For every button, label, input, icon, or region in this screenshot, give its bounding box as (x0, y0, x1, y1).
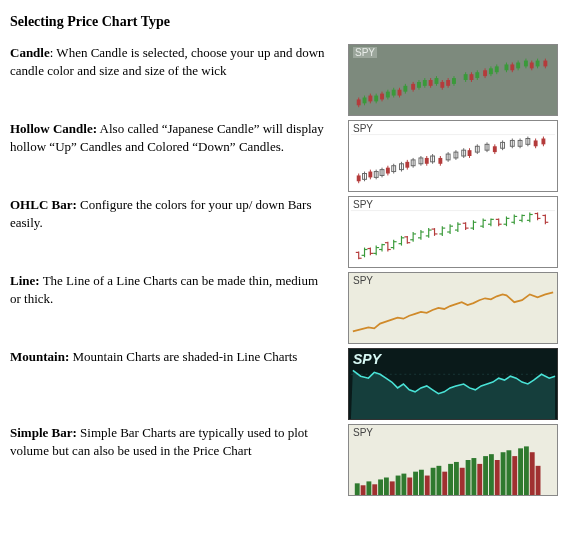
svg-rect-217 (460, 468, 465, 495)
svg-rect-84 (425, 158, 429, 164)
svg-rect-33 (452, 78, 456, 84)
chart-ticker-label: SPY (353, 47, 377, 58)
svg-rect-45 (495, 66, 499, 72)
mountain-chart-thumbnail: SPY (348, 348, 558, 420)
svg-rect-78 (405, 162, 409, 168)
hollow-candle-title: Hollow Candle: (10, 121, 97, 136)
svg-rect-51 (516, 63, 520, 69)
line-chart-thumbnail: SPY (348, 272, 558, 344)
svg-rect-21 (417, 82, 421, 88)
mountain-title: Mountain: (10, 349, 69, 364)
svg-rect-211 (425, 476, 430, 495)
svg-marker-198 (351, 370, 555, 419)
svg-rect-39 (475, 72, 479, 78)
svg-rect-227 (518, 448, 523, 495)
section-ohlc: OHLC Bar: Configure the colors for your … (10, 196, 564, 268)
svg-rect-19 (411, 84, 415, 90)
svg-rect-49 (510, 64, 514, 70)
svg-rect-15 (398, 90, 402, 96)
candle-description: Candle: When Candle is selected, choose … (10, 44, 348, 79)
candle-chart-thumbnail: SPY (348, 44, 558, 116)
svg-rect-206 (396, 476, 401, 495)
svg-rect-57 (536, 61, 540, 67)
svg-rect-201 (366, 481, 371, 495)
svg-rect-220 (477, 464, 482, 495)
svg-rect-23 (423, 80, 427, 86)
svg-rect-210 (419, 470, 424, 495)
hollow-candle-description: Hollow Candle: Also called “Japanese Can… (10, 120, 348, 155)
svg-rect-208 (407, 478, 412, 496)
svg-rect-88 (438, 158, 442, 164)
svg-rect-223 (495, 460, 500, 495)
svg-rect-114 (541, 139, 545, 145)
svg-rect-226 (512, 456, 517, 495)
svg-rect-31 (446, 80, 450, 86)
mountain-text: Mountain Charts are shaded-in Line Chart… (69, 349, 297, 364)
chart-ticker-label: SPY (353, 123, 373, 134)
svg-rect-25 (429, 80, 433, 86)
document-page: Selecting Price Chart Type Candle: When … (0, 0, 574, 510)
svg-rect-7 (374, 96, 378, 102)
ohlc-chart-icon (349, 197, 557, 267)
svg-rect-96 (468, 150, 472, 156)
svg-rect-41 (483, 70, 487, 76)
line-chart-icon (349, 273, 557, 343)
svg-rect-216 (454, 462, 459, 495)
candle-title: Candle (10, 45, 50, 60)
chart-ticker-label: SPY (353, 199, 373, 210)
svg-rect-219 (471, 458, 476, 495)
svg-rect-215 (448, 464, 453, 495)
svg-rect-47 (505, 64, 509, 70)
simple-bar-title: Simple Bar: (10, 425, 77, 440)
candle-text: : When Candle is selected, choose your u… (10, 45, 325, 78)
svg-rect-203 (378, 479, 383, 495)
svg-rect-218 (466, 460, 471, 495)
svg-rect-17 (403, 86, 407, 92)
svg-rect-212 (431, 468, 436, 495)
svg-rect-9 (380, 94, 384, 100)
ohlc-description: OHLC Bar: Configure the colors for your … (10, 196, 348, 231)
svg-rect-225 (506, 450, 511, 495)
svg-rect-112 (534, 140, 538, 146)
svg-rect-72 (386, 168, 390, 174)
svg-rect-66 (368, 172, 372, 178)
svg-rect-55 (530, 63, 534, 69)
svg-rect-43 (489, 68, 493, 74)
page-title: Selecting Price Chart Type (10, 14, 564, 30)
svg-rect-221 (483, 456, 488, 495)
section-mountain: Mountain: Mountain Charts are shaded-in … (10, 348, 564, 420)
mountain-description: Mountain: Mountain Charts are shaded-in … (10, 348, 348, 366)
svg-rect-207 (401, 474, 406, 495)
svg-rect-29 (440, 82, 444, 88)
svg-rect-209 (413, 472, 418, 495)
svg-rect-222 (489, 454, 494, 495)
hollow-candle-chart-thumbnail: SPY (348, 120, 558, 192)
svg-rect-37 (470, 74, 474, 80)
svg-rect-13 (392, 90, 396, 96)
svg-rect-228 (524, 446, 529, 495)
section-hollow-candle: Hollow Candle: Also called “Japanese Can… (10, 120, 564, 192)
svg-rect-204 (384, 478, 389, 496)
svg-rect-205 (390, 481, 395, 495)
section-line: Line: The Line of a Line Charts can be m… (10, 272, 564, 344)
ohlc-title: OHLC Bar: (10, 197, 77, 212)
hollow-candle-chart-icon (349, 121, 557, 191)
svg-rect-27 (435, 78, 439, 84)
svg-rect-59 (543, 61, 547, 67)
section-simple-bar: Simple Bar: Simple Bar Charts are typica… (10, 424, 564, 496)
svg-rect-102 (493, 146, 497, 152)
chart-ticker-label: SPY (353, 275, 373, 286)
simple-bar-chart-icon (349, 425, 557, 495)
svg-rect-229 (530, 452, 535, 495)
svg-rect-3 (363, 98, 367, 104)
simple-bar-chart-thumbnail: SPY (348, 424, 558, 496)
candle-chart-icon (349, 45, 557, 115)
line-text: The Line of a Line Charts can be made th… (10, 273, 318, 306)
svg-rect-214 (442, 472, 447, 495)
section-candle: Candle: When Candle is selected, choose … (10, 44, 564, 116)
chart-ticker-label: SPY (353, 351, 381, 367)
svg-rect-62 (357, 175, 361, 181)
simple-bar-description: Simple Bar: Simple Bar Charts are typica… (10, 424, 348, 459)
svg-rect-200 (361, 485, 366, 495)
line-title: Line: (10, 273, 40, 288)
